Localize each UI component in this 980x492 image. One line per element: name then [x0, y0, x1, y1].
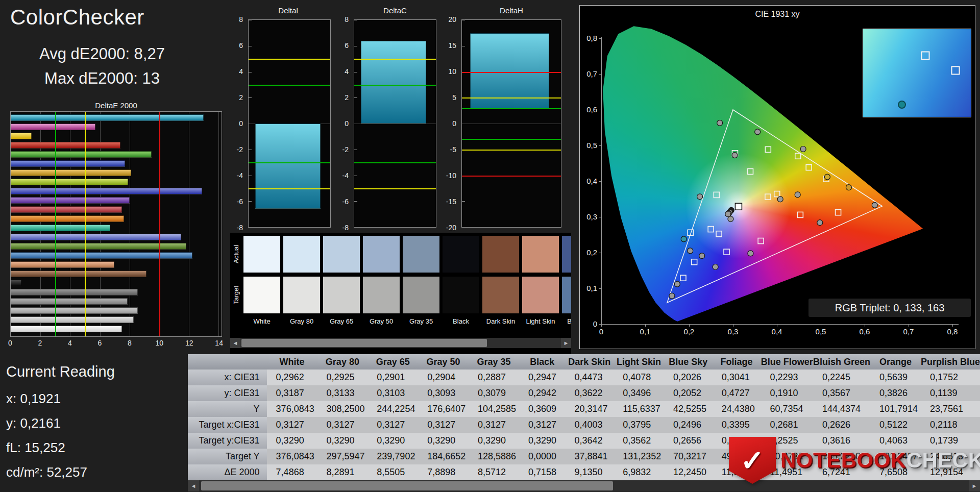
- table-header-row: WhiteGray 80Gray 65Gray 50Gray 35BlackDa…: [188, 354, 980, 370]
- swatch-actual-gray-50: [363, 236, 400, 273]
- deltaC-chart: [354, 19, 436, 228]
- current-reading-y: y: 0,2161: [6, 415, 61, 431]
- swatch-scrollbar-thumb[interactable]: [241, 339, 487, 347]
- table-cell: 0,3127: [519, 417, 566, 433]
- swatch-column-label: Black: [443, 317, 479, 325]
- cie-target-blue-flower: [716, 231, 722, 237]
- deltaH-axis-labels: 20151050-5-10-15-20: [440, 19, 459, 228]
- deltaE-ref-line: [85, 112, 86, 336]
- swatch-actual-light-skin: [522, 236, 559, 273]
- swatch-target-gray-50: [363, 277, 400, 313]
- table-cell: 0,2681: [761, 417, 813, 433]
- cie-target-moderate-red: [797, 212, 803, 217]
- table-cell: 24,4380: [713, 401, 761, 417]
- deltaE-bar-black: [11, 280, 21, 286]
- swatch-target-gray-35: [403, 277, 439, 313]
- scroll-left-icon[interactable]: ◄: [230, 338, 240, 348]
- swatch-comparison-panel: Actual Target WhiteGray 80Gray 65Gray 50…: [230, 233, 571, 354]
- inset-target-square: [921, 51, 930, 60]
- deltaL-ref-line: [249, 188, 330, 189]
- deltaE-x-tick-label: 0: [8, 339, 12, 347]
- swatch-column-label: Gray 80: [283, 317, 320, 325]
- cie-target-dark-skin: [774, 191, 780, 197]
- table-cell: 0,1752: [921, 370, 980, 385]
- table-scrollbar-thumb[interactable]: [201, 481, 613, 490]
- table-cell: 0,2925: [317, 370, 368, 385]
- table-cell: 0,7158: [519, 464, 566, 480]
- cie-measured-green: [717, 120, 723, 126]
- deltaE-bar-dark-skin: [11, 270, 146, 277]
- deltaH-tick-label: 15: [440, 41, 456, 50]
- table-cell: 0,3127: [267, 417, 317, 433]
- table-cell: 0,4727: [713, 385, 761, 401]
- deltaE-x-tick-label: 10: [155, 339, 163, 347]
- table-cell: 0,2656: [664, 433, 713, 449]
- table-column-header: Gray 50: [418, 354, 469, 370]
- deltaH-tick-label: -5: [440, 145, 456, 154]
- table-cell: 0,3187: [267, 385, 317, 401]
- deltaC-tick-label: -8: [332, 224, 349, 232]
- deltaC-tick: [354, 150, 357, 150]
- swatch-scrollbar[interactable]: ◄ ►: [230, 338, 571, 348]
- table-cell: 104,2585: [469, 401, 519, 417]
- table-cell: 0,2901: [368, 370, 418, 385]
- deltaE-bar-green: [11, 151, 152, 158]
- table-cell: 0,2052: [664, 385, 713, 401]
- table-cell: 0,3395: [713, 417, 761, 433]
- table-cell: 0,3609: [519, 401, 566, 417]
- deltaE-ref-line: [55, 112, 56, 336]
- cie-target-magenta: [758, 238, 764, 244]
- deltaC-tick-label: 2: [332, 93, 349, 102]
- table-cell: 0,2496: [664, 417, 713, 433]
- table-cell: 37,8841: [565, 449, 614, 464]
- cie-target-white: [735, 203, 742, 210]
- cie-measured-black: [728, 216, 733, 222]
- deltaC-tick: [354, 20, 357, 20]
- deltaL-tick: [249, 20, 252, 20]
- table-cell: 8,2891: [317, 464, 368, 480]
- deltaE-bar-red: [11, 142, 120, 149]
- table-cell: 0,3496: [614, 385, 664, 401]
- swatch-target-gray-80: [283, 277, 320, 313]
- deltaL-tick-label: -4: [227, 171, 243, 180]
- table-row-label: Target Y: [188, 449, 267, 464]
- table-cell: 0,3290: [469, 433, 519, 449]
- deltaH-tick-label: 20: [440, 15, 456, 23]
- swatch-target-gray-65: [323, 277, 360, 313]
- table-column-header: Gray 35: [469, 354, 519, 370]
- table-cell: 0,2026: [664, 370, 713, 385]
- deltaH-tick: [462, 46, 465, 46]
- scroll-left-icon[interactable]: ◄: [188, 480, 199, 491]
- table-row: x: CIE310,29620,29250,29010,29040,28870,…: [188, 370, 980, 385]
- cie-1931-panel: 00,10,20,30,40,50,60,70,800,10,20,30,40,…: [579, 5, 975, 349]
- deltaC-tick-label: -6: [332, 198, 349, 206]
- table-column-header: Gray 65: [368, 354, 418, 370]
- deltaL-tick-label: 6: [227, 41, 243, 50]
- cie-measured-purplish-blue: [674, 281, 680, 287]
- srgb-gamut-triangle: [667, 110, 882, 303]
- table-column-header: Black: [519, 354, 566, 370]
- deltaL-axis-labels: 86420-2-4-6-8: [227, 19, 246, 228]
- deltaC-tick: [354, 46, 357, 46]
- table-column-header: Light Skin: [614, 354, 664, 370]
- deltaH-chart: [461, 19, 561, 228]
- current-reading-x: x: 0,1921: [6, 391, 61, 407]
- swatch-actual-white: [243, 236, 280, 273]
- table-row-label: Y: [188, 401, 267, 417]
- deltaH-tick: [462, 20, 465, 20]
- deltaL-tick: [249, 227, 252, 228]
- deltaC-bar: [361, 41, 426, 124]
- deltaE-bar-yellow-green: [11, 179, 128, 185]
- table-cell: 20,3147: [565, 401, 614, 417]
- table-column-header: Orange: [870, 354, 921, 370]
- target-swatch-row: [230, 277, 571, 313]
- deltaH-ref-line: [462, 108, 561, 109]
- table-cell: 0,2245: [813, 370, 870, 385]
- scroll-right-icon[interactable]: ►: [561, 338, 571, 348]
- cie-measured-red: [872, 202, 877, 208]
- table-cell: 0,0000: [519, 449, 566, 464]
- notebookcheck-watermark: ✓ NOTEBOOKCHECK: [729, 437, 980, 484]
- deltaL-tick-label: 0: [227, 119, 243, 128]
- cie-measured-dark-skin: [795, 192, 800, 198]
- table-cell: 115,6337: [614, 401, 664, 417]
